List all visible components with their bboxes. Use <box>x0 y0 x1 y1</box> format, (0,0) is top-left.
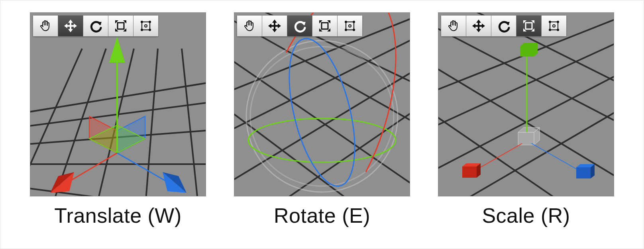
svg-point-112 <box>553 25 555 27</box>
scene-scale <box>438 13 614 196</box>
rect-tool-button[interactable] <box>541 15 567 37</box>
scene-translate <box>30 13 206 196</box>
move-icon <box>267 19 282 33</box>
scale-tool-button[interactable] <box>312 15 337 37</box>
rotate-icon <box>88 19 103 33</box>
scene-rotate <box>234 13 410 196</box>
svg-point-70 <box>349 25 351 27</box>
rotate-tool-button[interactable] <box>491 15 516 37</box>
hand-tool-button[interactable] <box>237 15 262 37</box>
svg-rect-34 <box>142 22 150 30</box>
rotate-icon <box>497 19 511 33</box>
rotate-icon <box>293 19 307 33</box>
scale-icon <box>114 19 128 33</box>
rect-tool-button[interactable] <box>133 15 159 37</box>
svg-point-67 <box>353 21 355 23</box>
svg-point-66 <box>345 21 347 23</box>
caption-scale: Scale (R) <box>482 204 570 227</box>
rotate-tool-button[interactable] <box>287 15 312 37</box>
svg-point-111 <box>557 29 559 31</box>
svg-marker-59 <box>302 22 306 25</box>
svg-rect-107 <box>550 22 558 30</box>
move-tool-button[interactable] <box>58 15 83 37</box>
svg-point-108 <box>549 21 551 23</box>
svg-point-35 <box>141 21 143 23</box>
viewport-rotate[interactable] <box>234 12 410 196</box>
hand-icon <box>38 19 53 33</box>
svg-rect-29 <box>118 23 124 29</box>
svg-rect-27 <box>67 25 75 27</box>
hand-tool-button[interactable] <box>33 15 58 37</box>
panel-rotate: Rotate (E) <box>234 12 410 227</box>
rect-icon <box>139 19 153 33</box>
svg-rect-60 <box>322 23 328 29</box>
scale-icon <box>522 19 536 33</box>
rect-icon <box>547 19 561 33</box>
caption-translate: Translate (W) <box>54 204 182 227</box>
panels-row: Translate (W) <box>0 0 644 227</box>
svg-point-68 <box>345 29 347 31</box>
move-icon <box>471 19 486 33</box>
scale-tool-button[interactable] <box>108 15 133 37</box>
svg-marker-101 <box>506 22 510 25</box>
hand-tool-button[interactable] <box>441 15 466 37</box>
rect-icon <box>343 19 357 33</box>
move-icon <box>63 19 78 33</box>
rotate-tool-button[interactable] <box>83 15 108 37</box>
svg-marker-80 <box>518 132 534 145</box>
svg-point-110 <box>549 29 551 31</box>
svg-rect-58 <box>271 25 279 27</box>
svg-marker-28 <box>98 22 102 25</box>
svg-rect-100 <box>475 25 483 27</box>
svg-marker-88 <box>462 167 477 178</box>
svg-point-38 <box>149 29 151 31</box>
move-tool-button[interactable] <box>262 15 287 37</box>
caption-rotate: Rotate (E) <box>274 204 370 227</box>
svg-point-39 <box>145 25 147 27</box>
transform-toolbar <box>237 15 363 37</box>
svg-point-36 <box>149 21 151 23</box>
hand-icon <box>446 19 461 33</box>
svg-point-37 <box>141 29 143 31</box>
viewport-scale[interactable] <box>438 12 614 196</box>
svg-rect-102 <box>526 23 532 29</box>
panel-translate: Translate (W) <box>30 12 206 227</box>
scale-tool-button[interactable] <box>516 15 541 37</box>
svg-point-69 <box>353 29 355 31</box>
rect-tool-button[interactable] <box>337 15 363 37</box>
panel-scale: Scale (R) <box>438 12 614 227</box>
svg-point-109 <box>557 21 559 23</box>
svg-marker-92 <box>576 167 591 178</box>
svg-rect-65 <box>346 22 354 30</box>
transform-toolbar <box>33 15 159 37</box>
hand-icon <box>242 19 257 33</box>
viewport-translate[interactable] <box>30 12 206 196</box>
svg-marker-84 <box>520 46 534 57</box>
scale-icon <box>318 19 332 33</box>
move-tool-button[interactable] <box>466 15 491 37</box>
transform-toolbar <box>441 15 567 37</box>
